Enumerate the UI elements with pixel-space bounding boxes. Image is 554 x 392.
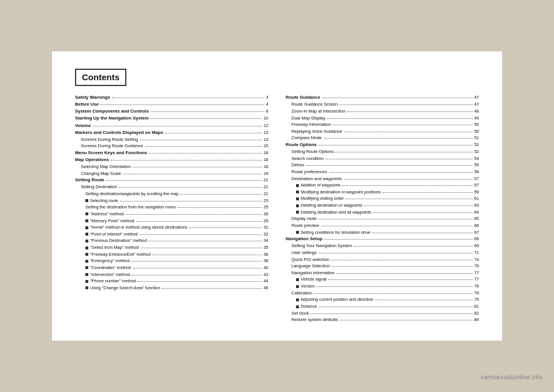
toc-dots bbox=[327, 118, 473, 119]
toc-entry-title: Display route bbox=[286, 215, 317, 222]
toc-dots bbox=[364, 206, 473, 206]
contents-page: Contents Safety Warnings3Before Use4Syst… bbox=[52, 51, 502, 341]
toc-entry-title: Vehicle signal bbox=[286, 276, 327, 282]
toc-entry: Before Use4 bbox=[75, 101, 268, 108]
toc-entry: Calibration79 bbox=[286, 290, 479, 297]
toc-page-number: 54 bbox=[474, 155, 479, 162]
toc-dots bbox=[354, 246, 473, 247]
toc-dots bbox=[131, 261, 261, 262]
toc-dots bbox=[328, 279, 473, 280]
bullet-icon bbox=[85, 199, 88, 202]
toc-page-number: 31 bbox=[264, 224, 268, 231]
toc-page-number: 19 bbox=[264, 170, 268, 177]
toc-entry: Route Guidance47 bbox=[286, 94, 479, 101]
bullet-icon bbox=[296, 211, 299, 214]
toc-entry-title: Detour bbox=[286, 162, 305, 169]
bullet-icon bbox=[296, 305, 299, 308]
toc-dots bbox=[148, 241, 261, 241]
toc-dots bbox=[132, 167, 261, 167]
toc-container: Safety Warnings3Before Use4System Compon… bbox=[75, 94, 479, 323]
toc-entry-title: Setting destination/waypoints by scrolli… bbox=[75, 191, 178, 197]
toc-page-number: 57 bbox=[474, 176, 479, 182]
toc-entry: User settings71 bbox=[286, 249, 479, 256]
toc-dots bbox=[149, 153, 262, 154]
toc-dots bbox=[112, 98, 264, 98]
toc-entry-title: Calibration bbox=[286, 290, 312, 297]
toc-entry: Map Operations18 bbox=[75, 156, 268, 163]
bullet-icon bbox=[296, 285, 299, 288]
toc-page-number: 74 bbox=[474, 256, 479, 263]
toc-dots bbox=[319, 307, 472, 307]
toc-entry-title: Route preferences bbox=[286, 169, 327, 176]
toc-page-number: 26 bbox=[264, 211, 268, 218]
toc-dots bbox=[329, 172, 473, 173]
toc-dots bbox=[136, 221, 262, 222]
toc-entry: Restore system defaults84 bbox=[286, 316, 479, 323]
toc-entry: "Point of Interest" method32 bbox=[75, 231, 268, 238]
toc-page-number: 23 bbox=[264, 197, 268, 204]
toc-page-number: 77 bbox=[474, 276, 479, 283]
toc-page-number: 32 bbox=[264, 231, 268, 238]
toc-entry: Detour55 bbox=[286, 162, 479, 169]
bullet-icon bbox=[296, 184, 299, 187]
toc-page-number: 8 bbox=[266, 108, 268, 115]
toc-entry: "Coordinates" method40 bbox=[75, 264, 268, 271]
toc-dots bbox=[331, 266, 472, 267]
toc-page-number: 63 bbox=[474, 202, 479, 209]
toc-page-number: 79 bbox=[474, 296, 479, 303]
toc-entry: Starting Up the Navigation System10 bbox=[75, 115, 268, 122]
toc-entry-title: "Address" method bbox=[75, 211, 123, 217]
toc-entry: Set clock82 bbox=[286, 310, 479, 317]
toc-dots bbox=[319, 145, 473, 145]
toc-entry-title: Screens During Route Guidance bbox=[75, 143, 143, 150]
toc-entry-title: Route Options bbox=[286, 141, 317, 148]
toc-dots bbox=[165, 133, 262, 133]
toc-page-number: 42 bbox=[264, 271, 268, 278]
toc-page-number: 82 bbox=[474, 310, 479, 317]
toc-dots bbox=[319, 253, 473, 253]
toc-entry: "Intersection" method42 bbox=[75, 271, 268, 278]
toc-entry: "Phone number" method44 bbox=[75, 278, 268, 285]
toc-dots bbox=[373, 212, 473, 213]
toc-entry: Distance81 bbox=[286, 303, 479, 310]
toc-page-number: 12 bbox=[264, 122, 268, 129]
toc-page-number: 51 bbox=[474, 135, 479, 141]
watermark: carmanualsonline.info bbox=[481, 374, 542, 380]
toc-entry-title: Selecting route bbox=[75, 197, 118, 204]
toc-page-number: 10 bbox=[264, 115, 268, 122]
toc-left-column: Safety Warnings3Before Use4System Compon… bbox=[75, 94, 268, 323]
toc-dots bbox=[137, 281, 261, 282]
toc-dots bbox=[133, 268, 262, 268]
toc-page-number: 13 bbox=[264, 129, 268, 136]
toc-dots bbox=[325, 159, 473, 159]
toc-page-number: 15 bbox=[264, 143, 268, 150]
bullet-icon bbox=[85, 273, 88, 276]
toc-entry-title: "Point of Interest" method bbox=[75, 231, 138, 237]
toc-entry-title: Compass Mode bbox=[286, 135, 322, 141]
toc-page-number: 78 bbox=[474, 283, 479, 290]
toc-page-number: 25 bbox=[264, 204, 268, 211]
toc-entry: Menu Screen Keys and Functions16 bbox=[75, 150, 268, 156]
toc-dots bbox=[132, 275, 261, 275]
toc-page-number: 34 bbox=[264, 237, 268, 244]
toc-dots bbox=[140, 234, 262, 235]
toc-page-number: 79 bbox=[474, 290, 479, 297]
toc-page-number: 35 bbox=[264, 244, 268, 251]
toc-entry-title: Modifying destination or waypoint positi… bbox=[286, 189, 381, 195]
toc-entry-title: Setting Route bbox=[75, 177, 104, 184]
toc-entry: Adjusting current position and direction… bbox=[286, 296, 479, 303]
toc-entry: Vehicle signal77 bbox=[286, 276, 479, 283]
toc-entry-title: User settings bbox=[286, 249, 317, 256]
toc-page-number: 48 bbox=[474, 108, 479, 115]
toc-dots bbox=[339, 320, 472, 320]
toc-entry: Navigation information77 bbox=[286, 270, 479, 277]
toc-dots bbox=[120, 201, 262, 201]
toc-entry-title: Setting conditions for simulation drive bbox=[286, 229, 370, 236]
toc-entry-title: Addition of waypoints bbox=[286, 182, 340, 188]
bullet-icon bbox=[296, 191, 299, 193]
toc-dots bbox=[93, 126, 262, 126]
toc-dots bbox=[125, 214, 261, 215]
toc-entry-title: Setting the destination from the navigat… bbox=[75, 204, 176, 210]
toc-page-number: 4 bbox=[266, 101, 268, 108]
toc-page-number: 50 bbox=[474, 121, 479, 128]
